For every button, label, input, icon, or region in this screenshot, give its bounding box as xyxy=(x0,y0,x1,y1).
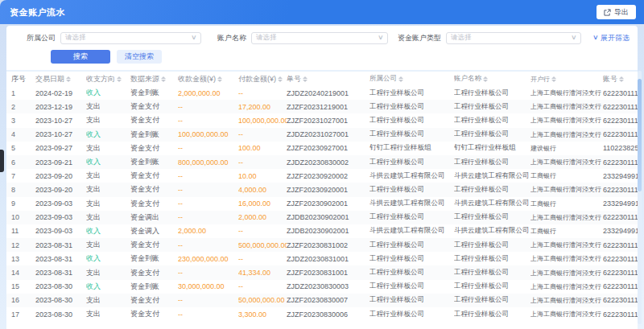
cell-pay: 500,000,000.00 xyxy=(238,241,287,249)
chevron-down-icon: ∨ xyxy=(191,35,197,41)
cell-source: 资金支付 xyxy=(130,101,178,112)
cell-order: ZJZF20230902001 xyxy=(287,199,369,208)
table-rows: 12024-02-19收入资金到账2,000,000.00--ZJDZ20240… xyxy=(6,86,638,321)
cell-source: 资金到账 xyxy=(130,130,178,140)
cell-company: 工程行业样板公司 xyxy=(369,268,454,278)
cell-company: 钉钉工程行业样板组 xyxy=(369,143,454,153)
cell-receive: 800,000,000.00 xyxy=(178,158,238,167)
cell-direction: 支出 xyxy=(86,268,130,278)
cell-pay: 10.00 xyxy=(238,172,287,180)
cell-number: 233294991 xyxy=(603,172,638,180)
cell-direction: 收入 xyxy=(86,157,130,167)
export-icon xyxy=(604,9,611,16)
company-select[interactable]: 请选择 ∨ xyxy=(60,32,201,44)
cell-number: 110223825 xyxy=(603,144,638,152)
column-header-direction[interactable]: 收支方向 xyxy=(86,74,130,84)
table-row: 62023-09-21收入资金到账800,000,000.00--ZJDZ202… xyxy=(6,155,638,169)
cell-date: 2023-12-19 xyxy=(35,103,86,111)
cell-account: 工程行业样板公司 xyxy=(454,158,530,167)
cell-receive: -- xyxy=(178,269,238,277)
scrollbar-thumb[interactable] xyxy=(638,79,642,191)
cell-bank: 上海工商银行漕河泾支行 xyxy=(530,130,603,139)
table-row: 142023-08-31支出资金支付--41,334.00ZJZF2023083… xyxy=(6,265,638,279)
cell-account: 工程行业样板公司 xyxy=(454,282,530,291)
cell-bank: 上海工商银行漕河泾支行 xyxy=(530,102,603,111)
clear-search-button[interactable]: 清空搜索 xyxy=(117,50,162,64)
cell-receive: -- xyxy=(178,199,238,208)
cell-direction: 支出 xyxy=(86,212,130,223)
cell-account: 斗拱云建筑工程有限公司 xyxy=(454,171,530,181)
table-row: 92023-09-03支出资金支付--16,000.00ZJZF20230902… xyxy=(6,197,638,211)
column-header-date[interactable]: 交易日期 xyxy=(35,74,86,84)
column-header-receive-amount[interactable]: 收款金额(¥) xyxy=(178,74,238,84)
column-header-account-no[interactable]: 账号 xyxy=(603,74,638,84)
cell-source: 资金支付 xyxy=(130,268,178,278)
cell-order: ZJDZ20230830002 xyxy=(287,158,369,167)
cell-bank: 上海工商银行漕河泾支行 xyxy=(530,310,603,319)
cell-direction: 支出 xyxy=(86,240,130,250)
company-select-placeholder: 请选择 xyxy=(65,33,86,43)
chevron-down-icon: ∨ xyxy=(592,35,599,41)
export-button[interactable]: 导出 xyxy=(597,5,636,19)
cell-direction: 支出 xyxy=(86,199,130,209)
sort-icon xyxy=(398,76,403,82)
cell-order: ZJZF20230830007 xyxy=(287,296,369,304)
cell-seq: 10 xyxy=(11,213,35,221)
cell-date: 2023-09-03 xyxy=(35,213,86,221)
cell-receive: -- xyxy=(178,186,238,194)
cell-seq: 2 xyxy=(11,103,35,111)
cell-order: ZJZF20230830006 xyxy=(287,310,369,319)
cell-company: 工程行业样板公司 xyxy=(369,185,454,195)
cell-bank: 上海工商银行漕河泾支行 xyxy=(530,158,603,167)
expand-filters-link[interactable]: ∨ 展开筛选 xyxy=(593,33,630,43)
cell-order: ZJDZ20230831001 xyxy=(287,255,369,263)
account-type-select[interactable]: 请选择 ∨ xyxy=(446,32,581,44)
scrollbar[interactable] xyxy=(638,71,642,324)
cell-seq: 3 xyxy=(11,117,35,125)
content-card: 所属公司 请选择 ∨ 账户名称 请选择 ∨ 资金账户类型 请选择 ∨ ∨ 展开筛… xyxy=(6,26,638,329)
column-header-bank[interactable]: 开户行 xyxy=(530,75,603,84)
cell-seq: 11 xyxy=(11,227,35,235)
cell-number: 622230111 xyxy=(603,117,638,125)
cell-date: 2023-08-30 xyxy=(35,282,86,290)
cell-date: 2023-09-03 xyxy=(35,199,86,208)
filter-actions: 搜索 清空搜索 xyxy=(51,50,638,64)
cell-bank: 上海工商银行漕河泾支行 xyxy=(530,88,603,97)
cell-seq: 4 xyxy=(11,130,35,138)
drawer-handle[interactable] xyxy=(0,150,4,172)
cell-company: 斗拱云建筑工程有限公司 xyxy=(369,199,454,208)
cell-date: 2023-09-21 xyxy=(35,158,86,167)
column-header-company[interactable]: 所属公司 xyxy=(369,74,454,84)
cell-order: ZJDB20230902001 xyxy=(287,227,369,235)
table-row: 112023-09-03收入资金调入2,000.00--ZJDB20230902… xyxy=(6,224,638,238)
account-type-select-placeholder: 请选择 xyxy=(451,33,472,43)
column-header-source[interactable]: 数据来源 xyxy=(130,74,178,84)
cell-pay: 50,000,000.00 xyxy=(238,296,287,304)
cell-direction: 支出 xyxy=(86,184,130,195)
cell-order: ZJZF20230920001 xyxy=(287,186,369,194)
cell-pay: 4,000.00 xyxy=(238,186,287,194)
cell-account: 工程行业样板公司 xyxy=(454,241,530,250)
cell-pay: -- xyxy=(238,255,287,263)
cell-receive: 100,000,000.00 xyxy=(178,130,238,138)
column-header-account-name[interactable]: 账户名称 xyxy=(454,74,530,84)
cell-company: 工程行业样板公司 xyxy=(369,158,454,167)
cell-direction: 支出 xyxy=(86,143,130,154)
cell-date: 2023-09-27 xyxy=(35,144,86,152)
cell-source: 资金调出 xyxy=(130,212,178,223)
account-name-select-placeholder: 请选择 xyxy=(256,33,277,43)
cell-bank: 上海工商银行漕河泾支行 xyxy=(530,185,603,194)
sort-icon xyxy=(303,76,308,82)
sort-icon xyxy=(483,76,488,82)
search-button[interactable]: 搜索 xyxy=(51,50,110,64)
cell-seq: 12 xyxy=(11,241,35,249)
sort-icon xyxy=(551,76,556,82)
column-header-order-no[interactable]: 单号 xyxy=(287,74,369,84)
cell-company: 工程行业样板公司 xyxy=(369,295,454,305)
account-name-select[interactable]: 请选择 ∨ xyxy=(251,32,388,44)
page-title: 资金账户流水 xyxy=(10,6,65,19)
cell-number: 233294991 xyxy=(603,199,638,208)
column-header-pay-amount[interactable]: 付款金额(¥) xyxy=(238,74,287,84)
cell-order: ZJZF20231219001 xyxy=(287,103,369,111)
filter-row: 所属公司 请选择 ∨ 账户名称 请选择 ∨ 资金账户类型 请选择 ∨ ∨ 展开筛… xyxy=(6,31,638,44)
